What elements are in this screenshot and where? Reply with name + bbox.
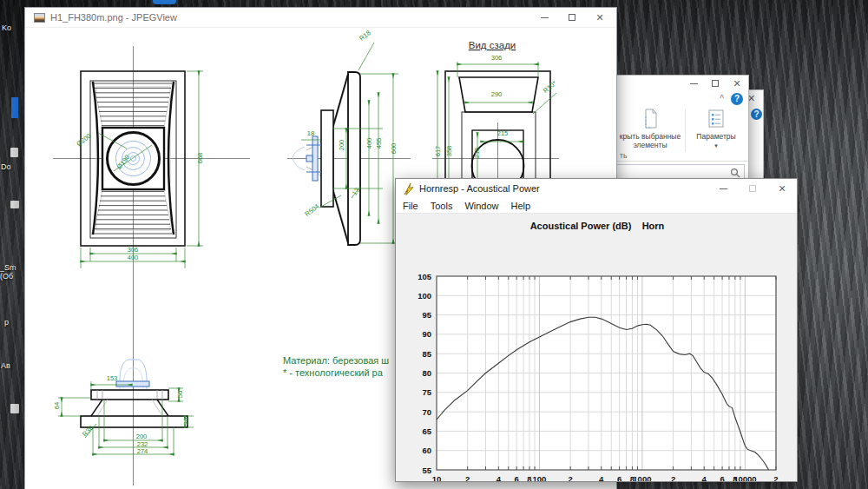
x-axis-tick-label: 6 <box>720 474 724 481</box>
hide-selected-items-button[interactable]: крыть выбранные элементы <box>618 108 682 149</box>
y-axis-tick-label: 100 <box>418 291 431 301</box>
desktop-icon-label[interactable]: Ав <box>1 361 10 370</box>
jpegview-maximize-button[interactable] <box>562 11 582 23</box>
menu-tools[interactable]: Tools <box>431 201 453 211</box>
dimension-label: 306 <box>491 54 503 62</box>
dimension-label: 56 <box>176 391 184 398</box>
desktop-icon-fragment[interactable] <box>10 201 19 208</box>
dimension-label: 215 <box>497 129 509 137</box>
explorer-close-button[interactable]: ✕ <box>731 77 743 89</box>
hornresp-window-title: Hornresp - Acoustical Power <box>419 183 713 194</box>
hidden-window-tab[interactable] <box>153 0 176 4</box>
minimize-icon <box>541 17 549 18</box>
ribbon-group-label: ть <box>620 151 627 160</box>
hornresp-app-icon <box>403 182 414 195</box>
menu-help[interactable]: Help <box>511 201 531 211</box>
dimension-label: 668 <box>196 153 204 164</box>
hornresp-maximize-button[interactable] <box>743 182 762 195</box>
y-axis-tick-label: 90 <box>422 329 431 339</box>
close-icon: ✕ <box>778 184 786 194</box>
desktop-icon-label[interactable]: p <box>4 318 9 327</box>
x-axis-tick-label: 100 <box>533 474 547 481</box>
selected-desktop-icon-highlight[interactable] <box>11 97 18 118</box>
dimension-label: 400 <box>128 254 139 261</box>
acoustical-power-chart: 5560657075808590951001051024681002468100… <box>396 214 797 481</box>
minimize-icon <box>720 188 727 189</box>
close-icon: ✕ <box>595 13 603 23</box>
x-axis-tick-label: 6 <box>617 474 621 481</box>
hornresp-minimize-button[interactable] <box>713 182 733 195</box>
dimension-label: 153 <box>107 374 118 382</box>
y-axis-tick-label: 95 <box>422 310 431 320</box>
jpegview-titlebar[interactable]: H1_FH380m.png - JPEGView ✕ <box>25 8 616 28</box>
x-axis-tick-label: 10 <box>432 474 442 481</box>
y-axis-tick-label: 60 <box>422 446 431 455</box>
explorer-ribbon: крыть выбранные элементы Параметры ▾ ть <box>613 106 748 162</box>
maximize-icon <box>712 80 719 87</box>
hornresp-titlebar[interactable]: Hornresp - Acoustical Power ✕ <box>396 179 797 198</box>
hornresp-window: Hornresp - Acoustical Power ✕ File Tools… <box>395 178 798 482</box>
ribbon-collapse-caret[interactable]: ^ <box>720 94 724 103</box>
jpegview-minimize-button[interactable] <box>535 11 554 23</box>
dimension-label: 617 <box>434 146 442 157</box>
bottom-view <box>58 360 194 456</box>
hornresp-chart-area: Acoustical Power (dB) Horn 5560657075808… <box>396 214 797 481</box>
hide-items-icon <box>641 108 660 130</box>
x-axis-tick-label: 2 <box>465 474 470 481</box>
hide-items-label: элементы <box>633 141 667 149</box>
options-button[interactable]: Параметры ▾ <box>691 108 741 149</box>
y-axis-tick-label: 85 <box>422 349 431 359</box>
desktop-icon-label[interactable]: Do <box>1 162 11 171</box>
maximize-icon <box>749 185 756 192</box>
dimension-label: 200 <box>338 140 345 151</box>
dimension-label: 36 <box>182 418 190 425</box>
ribbon-separator <box>685 109 686 152</box>
desktop-icon-label[interactable]: Ko <box>2 23 11 32</box>
y-axis-tick-label: 65 <box>422 426 431 436</box>
dimension-label: 306 <box>128 246 139 254</box>
desktop-icon-fragment[interactable] <box>10 148 18 157</box>
x-axis-tick-label: 8 <box>527 474 531 481</box>
chevron-down-icon: ▾ <box>714 142 718 149</box>
x-axis-tick-label: 10000 <box>733 474 756 481</box>
desktop-icon-fragment[interactable] <box>10 404 19 413</box>
menu-file[interactable]: File <box>403 201 418 211</box>
minimize-icon <box>690 83 698 84</box>
jpegview-app-icon <box>34 13 45 23</box>
x-axis-tick-label: 6 <box>515 474 519 481</box>
dimension-label: 18 <box>307 129 314 137</box>
maximize-icon <box>569 14 575 21</box>
x-axis-tick-label: 2 <box>671 474 675 481</box>
hornresp-close-button[interactable]: ✕ <box>773 182 792 195</box>
search-icon <box>730 168 740 178</box>
jpegview-close-button[interactable]: ✕ <box>590 11 609 23</box>
y-axis-tick-label: 70 <box>422 407 431 417</box>
y-axis-tick-label: 105 <box>418 272 432 281</box>
desktop-icon-label[interactable]: _Sm <box>0 263 16 272</box>
explorer-titlebar[interactable]: ✕ <box>613 76 748 91</box>
explorer-minimize-button[interactable] <box>687 77 700 89</box>
help-icon[interactable]: ? <box>731 93 743 105</box>
dimension-label: 290 <box>491 90 503 98</box>
desktop-icon-label[interactable]: (Об <box>0 272 13 281</box>
x-axis-tick-label: 2 <box>568 474 572 481</box>
hornresp-menubar: File Tools Window Help <box>396 198 797 214</box>
jpegview-window-title: H1_FH380m.png - JPEGView <box>50 12 535 23</box>
explorer-maximize-button[interactable] <box>709 77 721 89</box>
dimension-label: 455 <box>375 138 383 149</box>
dimension-label: R504 <box>304 202 321 218</box>
y-axis-tick-label: 75 <box>422 387 431 397</box>
options-icon <box>707 108 726 130</box>
dimension-label: 64 <box>53 402 61 409</box>
help-icon[interactable]: ? <box>751 109 762 120</box>
menu-window[interactable]: Window <box>464 201 498 211</box>
dimension-label: 400 <box>365 138 373 149</box>
x-axis-tick-label: 4 <box>599 474 604 481</box>
dimension-label: 358 <box>445 146 453 157</box>
options-label: Параметры <box>696 132 735 141</box>
hide-items-label: крыть выбранные <box>620 132 681 141</box>
dimension-label: R18 <box>358 29 372 43</box>
x-axis-tick-label: 4 <box>496 474 502 481</box>
x-axis-tick-label: 2 <box>773 474 778 481</box>
y-axis-tick-label: 55 <box>422 466 431 475</box>
